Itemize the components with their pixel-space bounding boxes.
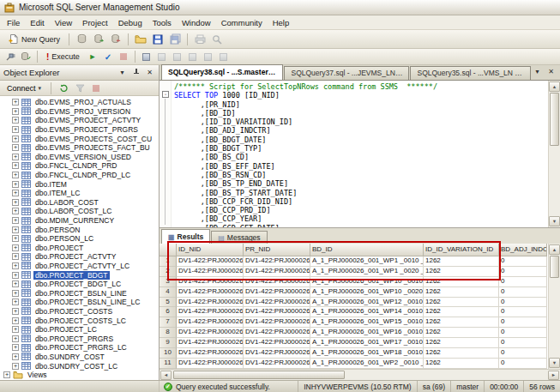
expander-icon[interactable]: + xyxy=(12,253,19,260)
tree-item-dbo-evms-projects-fact-bu[interactable]: + dbo.EVMS_PROJECTS_FACT_BU xyxy=(0,143,159,153)
grid-cell[interactable]: A_1_PRJ000026_001_WP2 _0010 _29 xyxy=(310,359,424,369)
tree-item-dbo-evms-proj-version[interactable]: + dbo.EVMS_PROJ_VERSION xyxy=(0,107,159,117)
menu-help[interactable]: Help xyxy=(268,17,295,28)
grid-cell[interactable]: 0 xyxy=(499,267,547,277)
grid-cell[interactable]: DV1-422:PRJ000026 xyxy=(244,298,310,308)
tree-item-dbo-sundry-cost-lc[interactable]: + dbo.SUNDRY_COST_LC xyxy=(0,361,159,371)
row-header[interactable]: 3 xyxy=(160,277,177,287)
expander-icon[interactable]: + xyxy=(12,162,19,169)
grid-cell[interactable]: A_1_PRJ000026_001_WP12 _0010 _23 xyxy=(310,298,424,308)
expander-icon[interactable]: + xyxy=(12,262,19,269)
tree-item-dbo-fncl-clndr-prd-lc[interactable]: + dbo.FNCL_CLNDR_PRD_LC xyxy=(0,171,159,180)
scrollbar-thumb[interactable] xyxy=(173,371,345,379)
comment-icon[interactable] xyxy=(202,51,215,63)
grid-row-3[interactable]: 3DV1-422:PRJ000026DV1-422:PRJ000026A_1_P… xyxy=(160,277,548,287)
tree-item-dbo-evms-project-actvty[interactable]: + dbo.EVMS_PROJECT_ACTVTY xyxy=(0,116,159,125)
grid-cell[interactable]: A_1_PRJ000026_001_WP1 _0020 _20 xyxy=(310,267,424,277)
menu-file[interactable]: File xyxy=(2,17,25,28)
menu-view[interactable]: View xyxy=(50,17,77,28)
auto-hide-pin-icon[interactable] xyxy=(130,67,142,78)
code-line[interactable]: ,[BD_BS_TP_END_DATE] xyxy=(174,179,547,188)
code-line[interactable]: ,[BD_BDGT_TYP] xyxy=(174,144,547,153)
grid-cell[interactable]: 1262 xyxy=(424,267,499,277)
expander-icon[interactable]: + xyxy=(12,144,19,151)
expander-icon[interactable]: + xyxy=(12,154,19,160)
grid-cell[interactable]: DV1-422:PRJ000026 xyxy=(244,267,310,277)
code-line[interactable]: SELECT TOP 1000 [ID_NID] xyxy=(174,91,547,100)
code-line[interactable]: ,[BD_CCP_PRD_ID] xyxy=(174,206,547,214)
grid-cell[interactable]: DV1-422:PRJ000026 xyxy=(177,338,244,348)
cancel-query-icon[interactable] xyxy=(117,51,130,63)
grid-cell[interactable]: 1262 xyxy=(424,307,499,317)
results-to-text-icon[interactable] xyxy=(186,51,200,63)
grid-cell[interactable]: DV1-422:PRJ000026 xyxy=(244,328,310,338)
grid-cell[interactable]: DV1-422:PRJ000026 xyxy=(177,317,244,328)
expander-icon[interactable]: + xyxy=(12,317,19,324)
expander-icon[interactable]: + xyxy=(12,108,19,115)
scroll-right-icon[interactable]: ► xyxy=(548,371,559,380)
expander-icon[interactable]: + xyxy=(3,371,10,378)
grid-cell[interactable]: 0 xyxy=(499,317,547,328)
grid-cell[interactable]: 0 xyxy=(499,298,547,308)
parse-icon[interactable]: ✓ xyxy=(101,51,115,63)
tree-item-dbo-project[interactable]: + dbo.PROJECT xyxy=(0,244,159,253)
expander-icon[interactable]: + xyxy=(12,335,19,342)
grid-cell[interactable]: A_1_PRJ000026_001_WP10 _0010 _21 xyxy=(310,277,424,287)
refresh-icon[interactable] xyxy=(57,82,70,94)
column-header-bd_id[interactable]: BD_ID xyxy=(310,244,424,256)
row-header[interactable]: 10 xyxy=(160,348,177,359)
collapse-region-icon[interactable]: - xyxy=(162,91,169,98)
grid-cell[interactable]: 1262 xyxy=(424,287,499,298)
expander-icon[interactable]: + xyxy=(12,235,19,242)
tree-item-dbo-project-prgrs[interactable]: + dbo.PROJECT_PRGRS xyxy=(0,334,159,343)
tree-item-dbo-item[interactable]: + dbo.ITEM xyxy=(0,179,159,189)
editor-vertical-scrollbar[interactable]: ▲ ▼ xyxy=(548,81,560,227)
grid-cell[interactable]: DV1-422:PRJ000026 xyxy=(244,307,310,317)
expander-icon[interactable]: + xyxy=(12,290,19,297)
grid-cell[interactable]: A_1_PRJ000026_001_WP17 _0010 _27 xyxy=(310,338,424,348)
active-files-dropdown-icon[interactable]: ▾ xyxy=(532,66,543,77)
expander-icon[interactable]: + xyxy=(12,190,19,196)
tree-item-dbo-project-lc[interactable]: + dbo.PROJECT_LC xyxy=(0,325,159,335)
grid-cell[interactable]: 0 xyxy=(499,307,547,317)
menu-project[interactable]: Project xyxy=(77,17,113,28)
expander-icon[interactable]: + xyxy=(12,136,19,142)
expander-icon[interactable]: + xyxy=(12,172,19,178)
grid-cell[interactable]: DV1-422:PRJ000026 xyxy=(177,307,244,317)
grid-cell[interactable]: 1262 xyxy=(424,317,499,328)
grid-cell[interactable]: DV1-422:PRJ000026 xyxy=(244,338,310,348)
sql-code[interactable]: /****** Script for SelectTopNRows comman… xyxy=(174,82,547,227)
grid-cell[interactable]: 1262 xyxy=(424,359,499,369)
code-line[interactable]: ,[ID_ID_VARIATION_ID] xyxy=(174,118,547,126)
scroll-down-icon[interactable]: ▼ xyxy=(549,358,560,368)
grid-cell[interactable]: DV1-422:PRJ000026 xyxy=(177,359,244,369)
grid-cell[interactable]: 0 xyxy=(499,328,547,338)
grid-row-11[interactable]: 11DV1-422:PRJ000026DV1-422:PRJ000026A_1_… xyxy=(160,359,548,369)
scrollbar-thumb[interactable] xyxy=(550,256,559,278)
connect-icon[interactable] xyxy=(3,51,17,63)
expander-icon[interactable]: + xyxy=(12,99,19,106)
grid-cell[interactable]: DV1-422:PRJ000026 xyxy=(244,317,310,328)
expander-icon[interactable]: + xyxy=(12,280,19,287)
grid-cell[interactable]: A_1_PRJ000026_001_WP16 _0010 _26 xyxy=(310,328,424,338)
grid-row-7[interactable]: 7DV1-422:PRJ000026DV1-422:PRJ000026A_1_P… xyxy=(160,317,548,328)
grid-corner-cell[interactable] xyxy=(160,244,177,256)
grid-cell[interactable]: DV1-422:PRJ000026 xyxy=(177,328,244,338)
grid-cell[interactable]: DV1-422:PRJ000026 xyxy=(244,287,310,298)
execute-button[interactable]: ! Execute xyxy=(42,51,84,63)
menu-community[interactable]: Community xyxy=(216,17,268,28)
row-header[interactable]: 8 xyxy=(160,328,177,338)
document-tab-3[interactable]: SQLQuery35.sql - ...VMS_LN (sa (67))* xyxy=(410,66,531,80)
tree-item-dbo-project-bdgt-lc[interactable]: + dbo.PROJECT_BDGT_LC xyxy=(0,280,159,289)
code-line[interactable]: ,[BD_BS_CD] xyxy=(174,153,547,161)
grid-cell[interactable]: 0 xyxy=(499,359,547,369)
debug-icon[interactable]: ► xyxy=(86,51,99,63)
connect-button[interactable]: Connect ▾ xyxy=(3,82,45,94)
expander-icon[interactable]: + xyxy=(12,126,19,133)
save-all-icon[interactable] xyxy=(167,33,183,46)
grid-row-4[interactable]: 4DV1-422:PRJ000026DV1-422:PRJ000026A_1_P… xyxy=(160,287,548,298)
scroll-up-icon[interactable]: ▲ xyxy=(549,81,560,92)
expander-icon[interactable]: + xyxy=(12,308,19,315)
new-query-button[interactable]: New Query xyxy=(3,32,64,46)
row-header[interactable]: 4 xyxy=(160,287,177,298)
